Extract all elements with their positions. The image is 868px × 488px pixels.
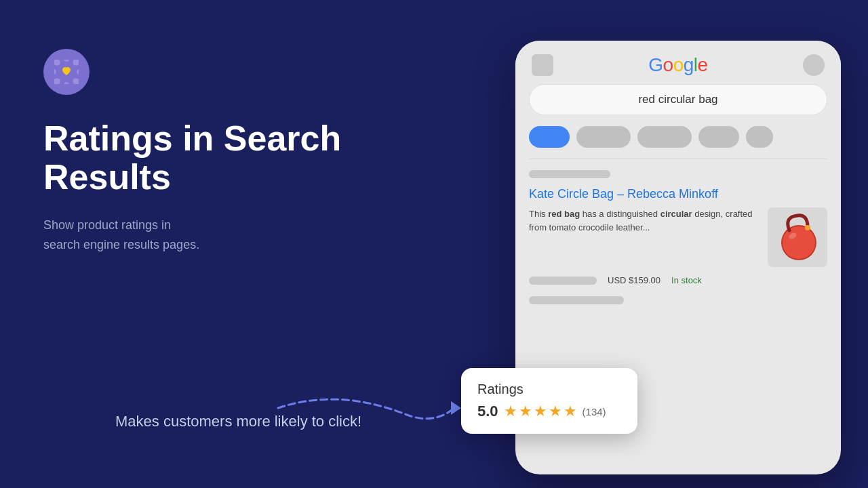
svg-point-12 bbox=[805, 225, 810, 230]
filter-tab-images[interactable] bbox=[576, 126, 631, 148]
page-headline: Ratings in Search Results bbox=[43, 119, 437, 197]
svg-point-0 bbox=[63, 60, 70, 62]
svg-point-1 bbox=[71, 60, 79, 67]
google-logo-area: Google bbox=[561, 54, 795, 76]
google-logo: Google bbox=[648, 54, 707, 76]
search-bar[interactable]: red circular bag bbox=[529, 84, 827, 115]
product-title[interactable]: Kate Circle Bag – Rebecca Minkoff bbox=[529, 186, 827, 202]
svg-point-11 bbox=[783, 226, 815, 259]
svg-point-6 bbox=[54, 68, 56, 75]
star-2: ★ bbox=[519, 403, 532, 420]
product-price: USD $159.00 bbox=[608, 275, 660, 285]
svg-point-3 bbox=[71, 77, 79, 84]
stock-status: In stock bbox=[671, 275, 702, 285]
product-price-row: USD $159.00 In stock bbox=[529, 275, 827, 285]
app-logo-icon bbox=[43, 49, 90, 95]
results-area: Kate Circle Bag – Rebecca Minkoff This r… bbox=[515, 159, 841, 315]
bottom-skeleton bbox=[529, 296, 624, 304]
svg-marker-9 bbox=[451, 401, 461, 415]
google-menu-icon bbox=[532, 54, 553, 76]
page-subtitle: Show product ratings insearch engine res… bbox=[43, 216, 437, 255]
bag-image-svg bbox=[770, 210, 825, 264]
ratings-popup-score: 5.0 ★ ★ ★ ★ ★ (134) bbox=[477, 403, 621, 420]
heart-flower-icon bbox=[54, 60, 79, 84]
score-number: 5.0 bbox=[477, 403, 498, 420]
product-result: This red bag has a distinguished circula… bbox=[529, 207, 827, 267]
star-4: ★ bbox=[549, 403, 562, 420]
filter-tabs bbox=[515, 126, 841, 159]
reviews-count: (134) bbox=[583, 406, 606, 418]
svg-point-7 bbox=[54, 60, 62, 67]
product-description: This red bag has a distinguished circula… bbox=[529, 207, 757, 234]
url-skeleton bbox=[529, 170, 610, 178]
product-text: This red bag has a distinguished circula… bbox=[529, 207, 757, 267]
filter-tab-more[interactable] bbox=[698, 126, 739, 148]
svg-point-5 bbox=[54, 77, 62, 84]
star-3: ★ bbox=[534, 403, 547, 420]
filter-tab-shopping[interactable] bbox=[637, 126, 692, 148]
filter-tab-extra[interactable] bbox=[746, 126, 773, 148]
stars-container: ★ ★ ★ ★ ★ bbox=[504, 403, 577, 420]
dashed-arrow bbox=[271, 381, 468, 435]
star-1: ★ bbox=[504, 403, 517, 420]
product-image bbox=[768, 207, 827, 267]
price-skeleton bbox=[529, 277, 597, 285]
svg-point-2 bbox=[77, 68, 79, 75]
star-5: ★ bbox=[564, 403, 577, 420]
ratings-popup: Ratings 5.0 ★ ★ ★ ★ ★ (134) bbox=[461, 368, 637, 434]
filter-tab-all[interactable] bbox=[529, 126, 570, 148]
search-bar-container: red circular bag bbox=[515, 84, 841, 126]
ratings-popup-title: Ratings bbox=[477, 382, 621, 397]
google-profile-icon bbox=[803, 54, 825, 76]
google-header: Google bbox=[515, 41, 841, 84]
svg-point-4 bbox=[63, 82, 70, 84]
